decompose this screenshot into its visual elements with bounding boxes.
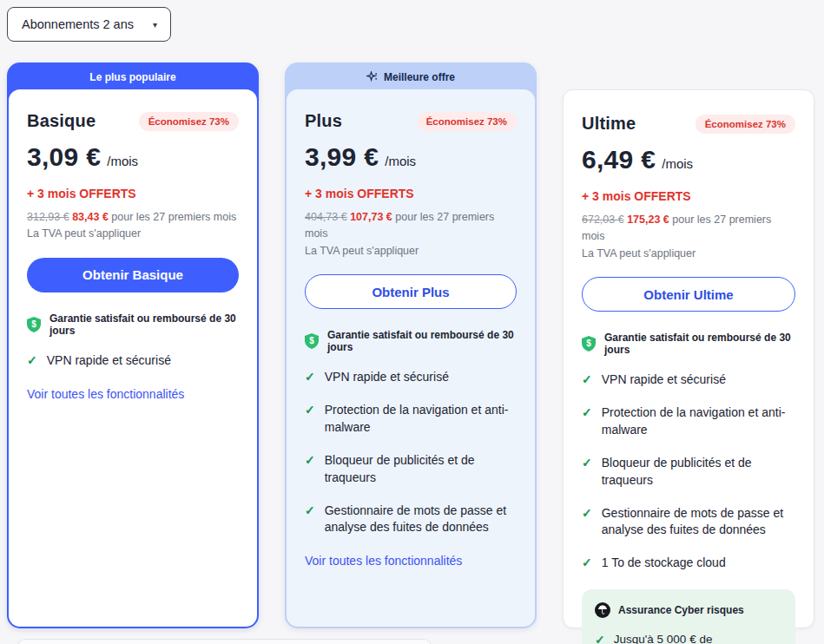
plan-title: Plus — [305, 111, 342, 131]
popular-banner-label: Le plus populaire — [89, 71, 175, 83]
feature-list: ✓ VPN rapide et sécurisé ✓ Protection de… — [582, 371, 795, 572]
discount-badge: Économisez 73% — [417, 112, 517, 131]
plan-card-basique: Le plus populaire Basique Économisez 73%… — [7, 62, 259, 628]
check-icon: ✓ — [582, 371, 592, 389]
free-months-offer: + 3 mois OFFERTS — [27, 187, 239, 200]
feature-label: Protection de la navigation et anti-malw… — [325, 402, 517, 437]
new-total-price: 175,23 € — [627, 214, 669, 226]
plan-title: Basique — [27, 111, 96, 131]
old-total-price: 312,93 € — [27, 211, 69, 223]
discount-badge: Économisez 73% — [139, 112, 239, 131]
feature-label: Bloqueur de publicités et de traqueurs — [325, 452, 517, 487]
sparkle-icon — [366, 71, 378, 82]
feature-item: ✓ Protection de la navigation et anti-ma… — [305, 402, 517, 437]
check-icon: ✓ — [305, 402, 315, 437]
plan-price: 3,09 € — [27, 142, 101, 172]
chevron-down-icon: ▾ — [153, 20, 157, 30]
feature-list: ✓ VPN rapide et sécurisé ✓ Protection de… — [305, 369, 517, 536]
feature-item: ✓ VPN rapide et sécurisé — [27, 352, 239, 370]
feature-item: ✓ Bloqueur de publicités et de traqueurs — [582, 455, 795, 490]
check-icon: ✓ — [582, 455, 592, 490]
get-basique-button[interactable]: Obtenir Basique — [27, 258, 239, 292]
feature-item: ✓ 1 To de stockage cloud — [582, 555, 795, 572]
best-offer-label: Meilleure offre — [384, 71, 455, 83]
guarantee-label: Garantie satisfait ou remboursé de 30 jo… — [49, 312, 239, 337]
old-total-price: 404,73 € — [305, 211, 347, 223]
plan-card-ultime: Ultime Économisez 73% 6,49 € /mois + 3 m… — [563, 89, 814, 628]
free-months-offer: + 3 mois OFFERTS — [582, 189, 795, 203]
plan-card-basique-body: Basique Économisez 73% 3,09 € /mois + 3 … — [9, 89, 257, 627]
feature-label: VPN rapide et sécurisé — [47, 352, 171, 370]
check-icon: ✓ — [582, 555, 592, 572]
feature-label: Bloqueur de publicités et de traqueurs — [602, 455, 795, 490]
next-section-edge — [17, 639, 432, 644]
best-offer-banner: Meilleure offre — [287, 64, 535, 89]
per-month-label: /mois — [107, 154, 138, 168]
feature-label: VPN rapide et sécurisé — [325, 369, 449, 386]
svg-text:$: $ — [309, 336, 314, 345]
total-price-info: 672,03 € 175,23 € pour les 27 premiers m… — [582, 212, 795, 262]
plan-price: 6,49 € — [582, 145, 656, 174]
check-icon: ✓ — [582, 505, 592, 540]
get-ultime-button[interactable]: Obtenir Ultime — [582, 277, 795, 312]
feature-label: Gestionnaire de mots de passe et analyse… — [325, 503, 517, 537]
plan-title: Ultime — [582, 114, 636, 134]
feature-item: ✓ VPN rapide et sécurisé — [305, 369, 517, 386]
plan-card-plus-body: Plus Économisez 73% 3,99 € /mois + 3 moi… — [287, 89, 535, 627]
cyber-insurance-icon — [595, 602, 610, 618]
check-icon: ✓ — [27, 352, 37, 370]
svg-text:$: $ — [31, 319, 36, 329]
feature-label: Protection de la navigation et anti-malw… — [602, 404, 795, 439]
feature-label: 1 To de stockage cloud — [602, 555, 726, 572]
svg-text:$: $ — [586, 338, 591, 348]
discount-badge: Économisez 73% — [695, 115, 795, 134]
plan-price: 3,99 € — [305, 142, 379, 172]
plan-duration-dropdown[interactable]: Abonnements 2 ans ▾ — [7, 7, 171, 42]
money-back-guarantee: $ Garantie satisfait ou remboursé de 30 … — [582, 332, 795, 356]
plan-card-plus: Meilleure offre Plus Économisez 73% 3,99… — [285, 62, 537, 628]
guarantee-label: Garantie satisfait ou remboursé de 30 jo… — [604, 332, 795, 356]
per-month-label: /mois — [662, 156, 693, 171]
new-total-price: 107,73 € — [350, 211, 392, 223]
guarantee-label: Garantie satisfait ou remboursé de 30 jo… — [327, 329, 517, 353]
cyber-insurance-title: Assurance Cyber risques — [618, 604, 744, 616]
money-back-guarantee: $ Garantie satisfait ou remboursé de 30 … — [27, 312, 239, 337]
total-price-info: 312,93 € 83,43 € pour les 27 premiers mo… — [27, 209, 239, 243]
feature-item: ✓ Protection de la navigation et anti-ma… — [582, 404, 795, 439]
old-total-price: 672,03 € — [582, 214, 624, 226]
popular-banner: Le plus populaire — [9, 64, 257, 89]
tva-note: La TVA peut s'appliquer — [27, 227, 141, 240]
total-price-info: 404,73 € 107,73 € pour les 27 premiers m… — [305, 209, 517, 260]
check-icon: ✓ — [582, 404, 592, 439]
feature-item: ✓ VPN rapide et sécurisé — [582, 371, 795, 389]
feature-label: VPN rapide et sécurisé — [602, 371, 726, 389]
free-months-offer: + 3 mois OFFERTS — [305, 187, 517, 200]
feature-item: ✓ Bloqueur de publicités et de traqueurs — [305, 452, 517, 487]
money-back-shield-icon: $ — [582, 336, 596, 352]
pricing-cards: Le plus populaire Basique Économisez 73%… — [7, 62, 814, 628]
cyber-insurance-item: ✓ Jusqu'à 5 000 € de compensation en cas… — [595, 631, 782, 644]
total-suffix: pour les 27 premiers mois — [111, 211, 236, 223]
feature-list: ✓ VPN rapide et sécurisé — [27, 352, 239, 370]
per-month-label: /mois — [385, 154, 416, 168]
plan-duration-label: Abonnements 2 ans — [22, 17, 134, 31]
feature-label: Gestionnaire de mots de passe et analyse… — [602, 505, 795, 540]
check-icon: ✓ — [305, 503, 315, 537]
cyber-insurance-panel: Assurance Cyber risques ✓ Jusqu'à 5 000 … — [582, 589, 795, 644]
money-back-shield-icon: $ — [27, 317, 41, 332]
see-all-features-link[interactable]: Voir toutes les fonctionnalités — [27, 387, 184, 401]
feature-item: ✓ Gestionnaire de mots de passe et analy… — [582, 505, 795, 540]
check-icon: ✓ — [595, 631, 605, 644]
tva-note: La TVA peut s'appliquer — [305, 245, 419, 257]
cyber-insurance-text: Jusqu'à 5 000 € de compensation en cas d… — [614, 631, 782, 644]
feature-item: ✓ Gestionnaire de mots de passe et analy… — [305, 503, 517, 537]
see-all-features-link[interactable]: Voir toutes les fonctionnalités — [305, 554, 462, 568]
check-icon: ✓ — [305, 452, 315, 487]
money-back-guarantee: $ Garantie satisfait ou remboursé de 30 … — [305, 329, 517, 353]
new-total-price: 83,43 € — [72, 211, 109, 223]
check-icon: ✓ — [305, 369, 315, 386]
get-plus-button[interactable]: Obtenir Plus — [305, 274, 517, 309]
tva-note: La TVA peut s'appliquer — [582, 247, 695, 260]
money-back-shield-icon: $ — [305, 333, 319, 349]
